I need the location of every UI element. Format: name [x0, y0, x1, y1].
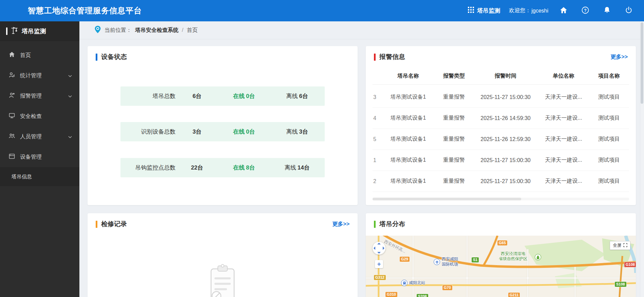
pan-left-icon[interactable]	[374, 246, 375, 250]
sidebar-item-label: 首页	[20, 52, 31, 59]
top-header: 智慧工地综合管理服务信息平台 塔吊监测 欢迎您： jgceshi	[0, 0, 644, 21]
map-title: 塔吊分布	[379, 220, 405, 229]
col-crane-name: 塔吊名称	[381, 73, 435, 80]
road-badge: G29	[400, 257, 410, 262]
alarm-title: 报警信息	[379, 53, 405, 61]
sidebar-menu: 首页 统计管理 报警管理	[0, 41, 79, 186]
station-label: 咸阳北站	[409, 280, 425, 285]
table-row[interactable]: 4塔吊测试设备1重量报警2025-11-26 14:59:30天津天一建设...…	[373, 108, 629, 129]
empty-state-icon	[206, 264, 239, 297]
device-status-header: 设备状态	[88, 46, 358, 68]
table-row[interactable]: 3塔吊测试设备1重量报警2025-11-27 15:00:30天津天一建设...…	[373, 87, 629, 108]
sidebar-item-home[interactable]: 首页	[0, 45, 79, 65]
sidebar-header: 塔吊监测	[0, 21, 79, 41]
maintenance-card: 检修记录 更多>>	[88, 213, 358, 297]
horizontal-scrollbar[interactable]	[373, 198, 629, 200]
crane-map-card: 塔吊分布	[366, 213, 636, 297]
sidebar-accent-bar	[6, 27, 7, 35]
stat-row-hooks: 吊钩监控点总数 22台 在线8台 离线14台	[120, 158, 325, 177]
scrollbar-thumb[interactable]	[373, 198, 521, 200]
help-icon: ?	[582, 6, 589, 15]
pan-up-icon[interactable]	[377, 243, 381, 244]
sidebar-item-label: 统计管理	[20, 72, 42, 79]
monitor-icon	[9, 113, 15, 120]
device-icon	[9, 153, 15, 161]
app-title: 智慧工地综合管理服务信息平台	[28, 5, 142, 16]
home-menu-icon	[9, 52, 15, 59]
table-row[interactable]: 1塔吊测试设备1重量报警2025-11-27 15:00:30天津天一建设...…	[373, 150, 629, 171]
sidebar-item-statistics[interactable]: 统计管理	[0, 65, 79, 86]
dashboard-grid: 设备状态 塔吊总数 6台 在线0台 离线6台 识别设备总数 3台 在线0台 离线…	[79, 39, 644, 297]
pan-right-icon[interactable]	[383, 246, 384, 250]
chevron-down-icon	[68, 93, 72, 99]
map-pan-control[interactable]	[373, 242, 385, 255]
device-status-card: 设备状态 塔吊总数 6台 在线0台 离线6台 识别设备总数 3台 在线0台 离线…	[88, 46, 358, 205]
road-badge: S108	[615, 282, 626, 287]
sidebar-item-personnel[interactable]: 人员管理	[0, 126, 79, 147]
accent-bar	[96, 54, 97, 61]
park-icon	[535, 254, 541, 260]
table-row[interactable]: 2塔吊测试设备1重量报警2025-11-27 15:00:30天津天一建设...…	[373, 171, 629, 192]
fullscreen-icon	[623, 243, 627, 248]
airport-label: 西安咸阳国际机场	[442, 257, 458, 267]
page-scrollbar[interactable]	[640, 21, 644, 297]
road-badge: G310	[385, 292, 397, 297]
crane-icon	[11, 27, 18, 36]
username: jgceshi	[531, 8, 548, 14]
scrollbar-thumb[interactable]	[641, 22, 643, 104]
device-status-title: 设备状态	[101, 53, 127, 61]
stat-offline: 离线3台	[269, 128, 325, 136]
maintenance-title: 检修记录	[101, 220, 127, 229]
stat-offline: 离线14台	[269, 164, 325, 172]
stat-online: 在线8台	[219, 164, 270, 172]
road-badge: S1	[472, 257, 479, 262]
maintenance-more-link[interactable]: 更多>>	[332, 221, 349, 228]
alarm-table-header: 塔吊名称 报警类型 报警时间 单位名称 项目名称	[373, 68, 629, 85]
sidebar-item-crane-info[interactable]: 塔吊信息	[0, 167, 79, 186]
sidebar-item-device-management[interactable]: 设备管理	[0, 147, 79, 167]
power-icon	[625, 6, 632, 15]
map-header: 塔吊分布	[366, 213, 636, 235]
alarm-card: 报警信息 更多>> 塔吊名称 报警类型 报警时间 单位名称 项目名称 3塔吊测试…	[366, 46, 636, 205]
stat-row-cranes: 塔吊总数 6台 在线0台 离线6台	[120, 86, 325, 106]
breadcrumb-separator: /	[182, 27, 183, 33]
statistics-icon	[9, 72, 15, 79]
road-badge: G312	[374, 275, 386, 280]
crane-map[interactable]: G65 G29 S1 G310 G312 G70 G211 S208 G108 …	[366, 236, 636, 297]
home-icon	[560, 7, 567, 15]
sidebar-item-label: 人员管理	[20, 133, 42, 140]
module-switcher-label: 塔吊监测	[477, 7, 500, 15]
sidebar-item-safety-inspection[interactable]: 安全检查	[0, 106, 79, 126]
chevron-down-icon	[68, 134, 72, 140]
stat-row-recognition: 识别设备总数 3台 在线0台 离线3台	[120, 122, 325, 141]
grid-menu-icon	[468, 7, 474, 15]
home-button[interactable]	[557, 4, 570, 17]
stat-label: 吊钩监控点总数	[120, 164, 176, 172]
road-badge: G65	[497, 240, 507, 245]
map-zoom-in-button[interactable]: +	[375, 260, 383, 268]
help-button[interactable]: ?	[579, 4, 592, 17]
module-switcher[interactable]: 塔吊监测	[468, 7, 500, 15]
col-unit-name: 单位名称	[538, 73, 589, 80]
logout-button[interactable]	[622, 4, 635, 17]
welcome-text: 欢迎您： jgceshi	[509, 7, 548, 14]
table-row[interactable]: 5塔吊测试设备1重量报警2025-11-26 12:59:30天津天一建设...…	[373, 129, 629, 150]
alarm-person-icon	[9, 92, 15, 100]
sidebar-item-alarm-management[interactable]: 报警管理	[0, 86, 79, 106]
stat-online: 在线0台	[219, 128, 270, 136]
map-fullscreen-button[interactable]: 全屏	[610, 241, 630, 250]
breadcrumb-system[interactable]: 塔吊安全检查系统	[135, 27, 178, 34]
main-area: 当前位置： 塔吊安全检查系统 / 首页 设备状态 塔吊总数 6台 在线0台 离线…	[79, 21, 644, 297]
notifications-button[interactable]	[601, 4, 613, 17]
pan-down-icon[interactable]	[377, 252, 381, 254]
alarm-table: 塔吊名称 报警类型 报警时间 单位名称 项目名称 3塔吊测试设备1重量报警202…	[373, 68, 629, 200]
accent-bar	[374, 221, 376, 228]
alarm-more-link[interactable]: 更多>>	[610, 54, 628, 61]
road-badge: G108	[624, 262, 636, 267]
alarm-header: 报警信息 更多>>	[366, 46, 636, 68]
device-status-rows: 塔吊总数 6台 在线0台 离线6台 识别设备总数 3台 在线0台 离线3台 吊钩…	[120, 70, 325, 194]
chevron-down-icon	[68, 73, 72, 79]
road-badge: S208	[417, 294, 428, 297]
metro-station-icon	[401, 280, 408, 286]
stat-total: 6台	[176, 92, 219, 100]
